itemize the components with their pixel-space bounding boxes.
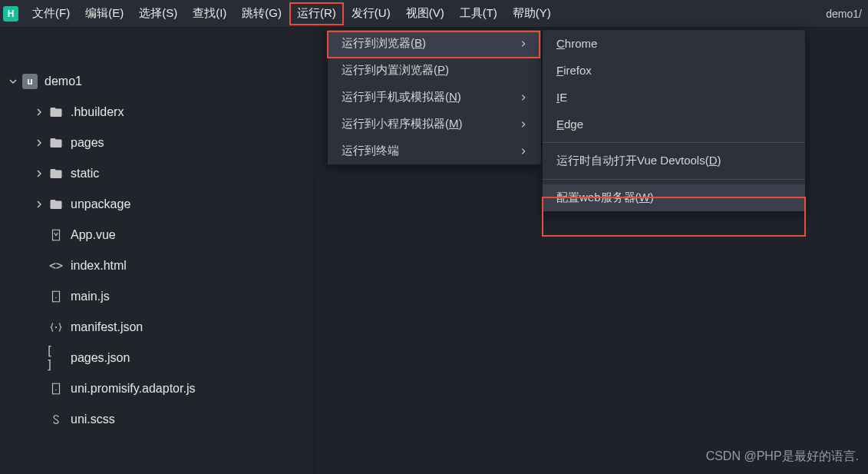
tree-item-label: manifest.json — [71, 320, 143, 334]
chevron-right-icon — [32, 169, 46, 178]
menu-goto[interactable]: 跳转(G) — [234, 2, 289, 25]
menu-file[interactable]: 文件(F) — [25, 2, 78, 25]
menu-tools[interactable]: 工具(T) — [452, 2, 505, 25]
tree-item-label: uni.scss — [71, 413, 115, 426]
separator — [543, 142, 805, 143]
run-menu-item[interactable]: 运行到内置浏览器(P) — [328, 57, 541, 84]
sidebar: u demo1 .hbuilderxpagesstaticunpackageAp… — [0, 28, 315, 474]
menu-run[interactable]: 运行(R) — [289, 2, 344, 25]
submenu-item[interactable]: Chrome — [543, 30, 805, 57]
tree-item-label: unpackage — [71, 197, 130, 211]
project-icon: u — [20, 74, 40, 89]
menu-item-label: 运行到小程序模拟器(M) — [342, 117, 463, 131]
tree-item-label: pages.json — [71, 351, 130, 365]
tree-item[interactable]: <>index.html — [0, 250, 314, 281]
tree-item-label: pages — [71, 136, 104, 150]
menu-item-label: Firefox — [556, 64, 592, 77]
chevron-right-icon — [520, 91, 527, 104]
html-icon: <> — [46, 259, 66, 273]
vue-icon — [46, 228, 66, 242]
tree-item-label: .hbuilderx — [71, 105, 124, 119]
menu-select[interactable]: 选择(S) — [131, 2, 185, 25]
run-menu-item[interactable]: 运行到手机或模拟器(N) — [328, 84, 541, 111]
tree-item[interactable]: pages — [0, 128, 314, 158]
menu-item-label: 配置web服务器(W) — [556, 191, 654, 205]
menu-help[interactable]: 帮助(Y) — [505, 2, 559, 25]
folder-icon — [46, 105, 66, 119]
tree-item-label: uni.promisify.adaptor.js — [71, 382, 195, 396]
tree-item-label: static — [71, 167, 99, 181]
chevron-right-icon — [520, 37, 527, 50]
tree-item[interactable]: uni.promisify.adaptor.js — [0, 373, 314, 404]
chevron-right-icon — [32, 138, 46, 148]
browser-submenu: ChromeFirefoxIEEdge运行时自动打开Vue Devtools(D… — [542, 29, 806, 212]
menu-view[interactable]: 视图(V) — [398, 2, 452, 25]
project-root[interactable]: u demo1 — [0, 66, 314, 97]
submenu-item[interactable]: IE — [543, 84, 805, 111]
svg-point-1 — [55, 326, 57, 328]
run-menu-item[interactable]: 运行到浏览器(B) — [328, 30, 541, 57]
menu-item-label: 运行到内置浏览器(P) — [342, 63, 449, 78]
chevron-right-icon — [32, 200, 46, 209]
tree-item-label: index.html — [71, 259, 127, 273]
folder-icon — [46, 136, 66, 150]
menu-item-label: 运行到手机或模拟器(N) — [342, 90, 461, 104]
menu-item-label: Edge — [556, 118, 583, 131]
submenu-item[interactable]: 运行时自动打开Vue Devtools(D) — [543, 148, 805, 174]
window-title: demo1/ — [826, 8, 868, 20]
tree-item[interactable]: App.vue — [0, 220, 314, 250]
menu-item-label: 运行到终端 — [342, 144, 399, 158]
tree-item[interactable]: [ ]pages.json — [0, 343, 314, 373]
menu-item-label: IE — [556, 91, 567, 104]
tree-item[interactable]: unpackage — [0, 189, 314, 220]
folder-icon — [46, 167, 66, 181]
js-icon — [46, 382, 66, 396]
project-name: demo1 — [45, 75, 82, 88]
chevron-right-icon — [32, 108, 46, 117]
run-menu-item[interactable]: 运行到小程序模拟器(M) — [328, 111, 541, 138]
tree-item-label: main.js — [71, 290, 110, 303]
menu-item-label: 运行到浏览器(B) — [342, 36, 426, 51]
menu-find[interactable]: 查找(I) — [185, 2, 234, 25]
separator — [543, 179, 805, 180]
submenu-item[interactable]: Edge — [543, 111, 805, 138]
menu-publish[interactable]: 发行(U) — [344, 2, 398, 25]
js-icon — [46, 290, 66, 303]
menu-item-label: Chrome — [556, 37, 597, 50]
submenu-item[interactable]: 配置web服务器(W) — [543, 184, 805, 211]
scss-icon — [46, 413, 66, 426]
run-menu-item[interactable]: 运行到终端 — [328, 138, 541, 164]
tree-item-label: App.vue — [71, 228, 116, 242]
app-icon: H — [3, 6, 18, 22]
svg-point-2 — [55, 389, 57, 391]
tree-item[interactable]: uni.scss — [0, 404, 314, 435]
folder-icon — [46, 197, 66, 211]
submenu-item[interactable]: Firefox — [543, 57, 805, 84]
tree-item[interactable]: .hbuilderx — [0, 97, 314, 128]
svg-point-0 — [55, 297, 57, 299]
chevron-down-icon — [6, 77, 20, 86]
chevron-right-icon — [520, 118, 527, 131]
menu-item-label: 运行时自动打开Vue Devtools(D) — [556, 154, 721, 168]
json-icon — [46, 320, 66, 334]
json2-icon: [ ] — [46, 344, 66, 372]
run-dropdown: 运行到浏览器(B)运行到内置浏览器(P)运行到手机或模拟器(N)运行到小程序模拟… — [327, 29, 542, 165]
menubar: H 文件(F) 编辑(E) 选择(S) 查找(I) 跳转(G) 运行(R) 发行… — [0, 0, 868, 28]
tree-item[interactable]: manifest.json — [0, 312, 314, 343]
watermark: CSDN @PHP是最好的语言. — [706, 449, 859, 465]
menu-edit[interactable]: 编辑(E) — [78, 2, 131, 25]
tree-item[interactable]: main.js — [0, 281, 314, 312]
chevron-right-icon — [520, 144, 527, 157]
tree-item[interactable]: static — [0, 158, 314, 189]
